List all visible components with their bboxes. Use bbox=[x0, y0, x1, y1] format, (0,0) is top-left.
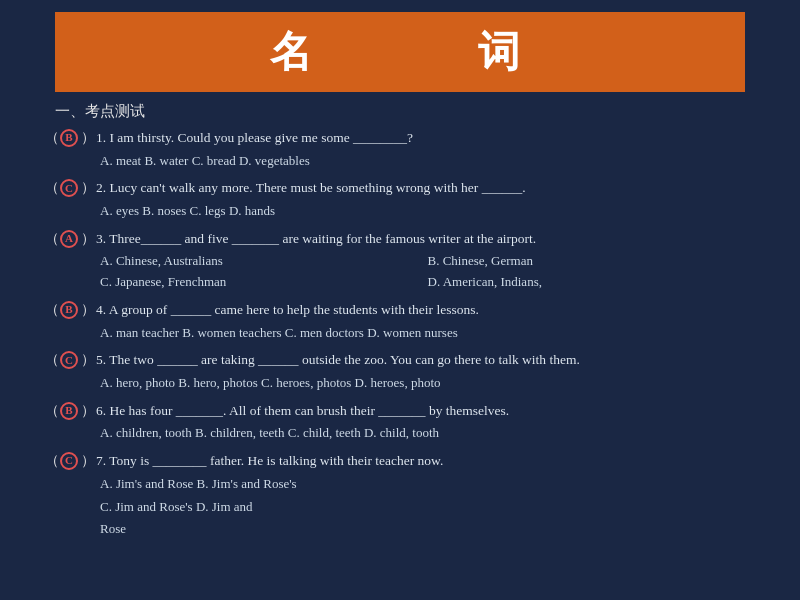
question-1-text: 1. I am thirsty. Could you please give m… bbox=[96, 127, 755, 149]
question-4-options: A. man teacher B. women teachers C. men … bbox=[100, 323, 755, 344]
question-6-text: 6. He has four _______. All of them can … bbox=[96, 400, 755, 422]
question-7-text: 7. Tony is ________ father. He is talkin… bbox=[96, 450, 755, 472]
answer-4: B bbox=[60, 301, 78, 319]
questions-container: （ B ） 1. I am thirsty. Could you please … bbox=[45, 127, 755, 540]
question-4-text: 4. A group of ______ came here to help t… bbox=[96, 299, 755, 321]
question-7-options-cd: C. Jim and Rose's D. Jim and bbox=[100, 497, 755, 518]
answer-3: A bbox=[60, 230, 78, 248]
question-3-options: A. Chinese, Australians B. Chinese, Germ… bbox=[100, 251, 755, 293]
question-2-text: 2. Lucy can't walk any more. There must … bbox=[96, 177, 755, 199]
header-banner: 名 词 bbox=[55, 12, 745, 92]
question-5-options: A. hero, photo B. hero, photos C. heroes… bbox=[100, 373, 755, 394]
question-2: （ C ） 2. Lucy can't walk any more. There… bbox=[45, 177, 755, 221]
question-7: （ C ） 7. Tony is ________ father. He is … bbox=[45, 450, 755, 540]
question-7-options-ab: A. Jim's and Rose B. Jim's and Rose's bbox=[100, 474, 755, 495]
question-5: （ C ） 5. The two ______ are taking _____… bbox=[45, 349, 755, 393]
question-1: （ B ） 1. I am thirsty. Could you please … bbox=[45, 127, 755, 171]
question-4: （ B ） 4. A group of ______ came here to … bbox=[45, 299, 755, 343]
section-title: 一、考点测试 bbox=[55, 102, 745, 121]
answer-7: C bbox=[60, 452, 78, 470]
answer-2: C bbox=[60, 179, 78, 197]
header-title: 名 词 bbox=[270, 24, 530, 80]
answer-6: B bbox=[60, 402, 78, 420]
question-3: （ A ） 3. Three______ and five _______ ar… bbox=[45, 228, 755, 293]
answer-5: C bbox=[60, 351, 78, 369]
question-6-options: A. children, tooth B. children, teeth C.… bbox=[100, 423, 755, 444]
question-6: （ B ） 6. He has four _______. All of the… bbox=[45, 400, 755, 444]
question-5-text: 5. The two ______ are taking ______ outs… bbox=[96, 349, 755, 371]
question-2-options: A. eyes B. noses C. legs D. hands bbox=[100, 201, 755, 222]
question-3-text: 3. Three______ and five _______ are wait… bbox=[96, 228, 755, 250]
question-1-options: A. meat B. water C. bread D. vegetables bbox=[100, 151, 755, 172]
question-7-last-line: Rose bbox=[100, 519, 755, 540]
answer-1: B bbox=[60, 129, 78, 147]
